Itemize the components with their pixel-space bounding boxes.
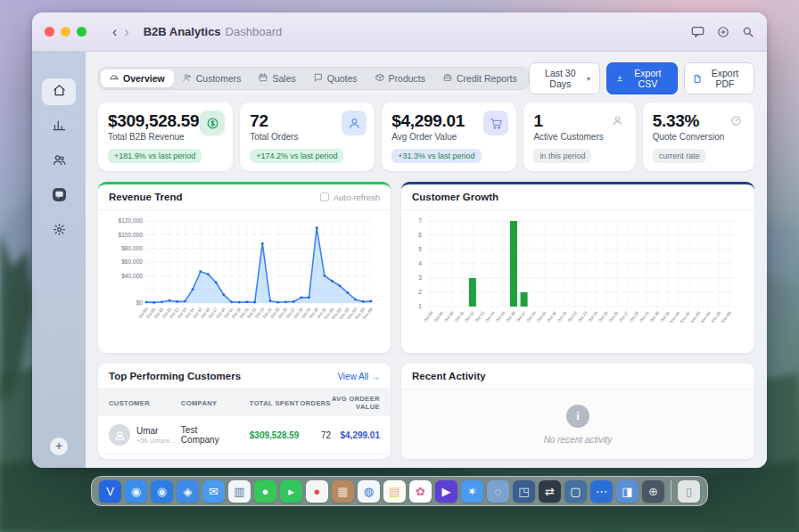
dock-icon-system-utility[interactable]: ▥ xyxy=(228,480,251,503)
revenue-icon xyxy=(200,110,225,135)
sidebar-item-settings[interactable] xyxy=(42,217,76,244)
tab-customers[interactable]: Customers xyxy=(174,70,251,87)
svg-text:Oct 28: Oct 28 xyxy=(629,310,640,323)
table-row[interactable]: Umar+56 Umare...Test Company$309,528.597… xyxy=(98,416,391,454)
dock-icon-code[interactable]: V xyxy=(99,480,121,503)
dock-icon-trash[interactable]: ▯ xyxy=(678,480,700,503)
close-window-button[interactable] xyxy=(45,27,54,37)
dock-icon-safari[interactable]: ◉ xyxy=(125,480,147,503)
minimize-window-button[interactable] xyxy=(61,27,70,37)
dock-icon-tv[interactable]: ▶ xyxy=(435,480,457,503)
svg-text:Oct 19: Oct 19 xyxy=(536,310,548,323)
customer-growth-title: Customer Growth xyxy=(412,192,498,202)
kpi-card-total-b2b-revenue: $309,528.59Total B2B Revenue+181.9% vs l… xyxy=(98,102,233,171)
cart-icon xyxy=(483,110,508,135)
dock-icon-messages[interactable]: ● xyxy=(254,480,276,503)
back-icon[interactable]: ‹ xyxy=(112,25,117,39)
customer-subtext: +56 Umare... xyxy=(136,437,176,445)
svg-text:$80,000: $80,000 xyxy=(121,245,143,251)
kpi-badge: current rate xyxy=(653,149,706,163)
revenue-line-chart: $120,000$100,000$80,000$60,000$40,000$0O… xyxy=(98,210,391,353)
chat-bubble-icon[interactable] xyxy=(691,26,704,37)
svg-text:Oct 10: Oct 10 xyxy=(443,310,455,323)
empty-state-text: No recent activity xyxy=(544,435,613,445)
user-icon xyxy=(610,112,626,128)
dock-icon-chat-app[interactable]: ⋯ xyxy=(590,480,613,503)
view-all-link[interactable]: View All → xyxy=(337,372,380,381)
sidebar-item-users[interactable] xyxy=(42,148,76,175)
svg-text:Oct 15: Oct 15 xyxy=(495,310,507,323)
svg-text:6: 6 xyxy=(418,232,422,238)
tab-quotes[interactable]: Quotes xyxy=(305,70,367,87)
dock-icon-facetime[interactable]: ▸ xyxy=(280,480,302,503)
document-icon xyxy=(694,74,701,84)
svg-text:Nov 06: Nov 06 xyxy=(721,310,732,323)
kpi-badge: +31.3% vs last period xyxy=(391,149,481,163)
dock-icon-display[interactable]: ▢ xyxy=(564,480,587,503)
dock-icon-weather[interactable]: ◌ xyxy=(487,480,509,503)
dock-icon-contacts[interactable]: ◍ xyxy=(358,480,380,503)
export-pdf-button[interactable]: Export PDF xyxy=(684,62,754,94)
users-icon xyxy=(183,73,192,84)
dock-icon-music[interactable]: ● xyxy=(306,480,328,503)
customer-name: Umar xyxy=(136,426,176,436)
tab-bar: OverviewCustomersSalesQuotesProductsCred… xyxy=(98,67,529,90)
zoom-plus-icon[interactable] xyxy=(717,26,729,38)
svg-text:Oct 29: Oct 29 xyxy=(638,310,650,323)
chevron-down-icon: ▾ xyxy=(587,75,590,83)
dock-icon-mail[interactable]: ✉ xyxy=(202,480,225,503)
column-header-orders: Orders xyxy=(299,399,331,407)
svg-text:Oct 21: Oct 21 xyxy=(556,310,568,323)
search-icon[interactable] xyxy=(742,26,754,38)
svg-text:$60,000: $60,000 xyxy=(121,258,143,265)
sidebar-item-messages[interactable] xyxy=(42,183,76,209)
orders-cell: 72 xyxy=(299,430,331,440)
svg-text:Oct 08: Oct 08 xyxy=(423,310,434,323)
svg-text:Oct 16: Oct 16 xyxy=(506,310,517,323)
dock: V◉◉◈✉▥●▸●▦◍▤✿▶✶◌◳⇄▢⋯◨⊕▯ xyxy=(91,476,708,506)
kpi-card-quote-conversion: 5.33%Quote Conversioncurrent rate xyxy=(643,102,754,171)
svg-text:3: 3 xyxy=(418,274,422,281)
maximize-window-button[interactable] xyxy=(77,27,86,37)
window-titlebar: ‹ › B2B AnalyticsDashboard xyxy=(32,12,767,52)
dock-icon-browser[interactable]: ◉ xyxy=(151,480,173,503)
export-csv-button[interactable]: Export CSV xyxy=(606,62,678,94)
sidebar-add-button[interactable]: + xyxy=(50,438,68,455)
sidebar-item-home[interactable] xyxy=(42,78,76,105)
dock-icon-appstore[interactable]: ✶ xyxy=(461,480,483,503)
kpi-card-active-customers: 1Active Customersin this period xyxy=(523,102,635,171)
svg-text:Oct 12: Oct 12 xyxy=(464,310,475,323)
dock-icon-photos[interactable]: ✿ xyxy=(409,480,432,503)
dock-icon-notes[interactable]: ▤ xyxy=(383,480,406,503)
svg-text:$40,000: $40,000 xyxy=(121,273,143,279)
messages-icon xyxy=(53,188,66,205)
dock-icon-maps[interactable]: ◈ xyxy=(177,480,199,503)
tab-sales[interactable]: Sales xyxy=(250,70,304,87)
dock-icon-files-box[interactable]: ▦ xyxy=(332,480,354,503)
svg-text:Oct 18: Oct 18 xyxy=(526,310,538,323)
svg-text:Oct 22: Oct 22 xyxy=(567,310,579,323)
date-range-dropdown[interactable]: Last 30 Days▾ xyxy=(529,62,600,94)
column-header-total-spent: Total Spent xyxy=(235,399,299,407)
revenue-trend-title: Revenue Trend xyxy=(109,192,182,202)
dock-icon-finder-dark[interactable]: ◳ xyxy=(513,480,535,503)
svg-text:Oct 09: Oct 09 xyxy=(433,310,445,323)
tab-credit-reports[interactable]: Credit Reports xyxy=(434,70,526,87)
info-icon: i xyxy=(566,405,589,428)
home-icon xyxy=(53,84,66,101)
svg-text:Oct 23: Oct 23 xyxy=(577,310,589,323)
tab-overview[interactable]: Overview xyxy=(101,70,174,87)
dock-icon-sync[interactable]: ⇄ xyxy=(539,480,561,503)
dock-icon-web-globe[interactable]: ⊕ xyxy=(642,480,664,503)
svg-text:Oct 26: Oct 26 xyxy=(608,310,620,323)
tab-products[interactable]: Products xyxy=(367,70,434,87)
svg-text:Oct 11: Oct 11 xyxy=(454,310,465,323)
avg-order-value-cell: $4,299.01 xyxy=(331,430,380,440)
dock-icon-panel[interactable]: ◨ xyxy=(616,480,638,503)
sidebar-item-bar-chart[interactable] xyxy=(42,113,76,140)
auto-refresh-checkbox[interactable] xyxy=(320,192,329,201)
dashboard-icon xyxy=(110,73,119,84)
forward-icon[interactable]: › xyxy=(124,25,128,39)
svg-text:Oct 14: Oct 14 xyxy=(484,310,496,323)
page-title: B2B AnalyticsDashboard xyxy=(144,25,283,38)
